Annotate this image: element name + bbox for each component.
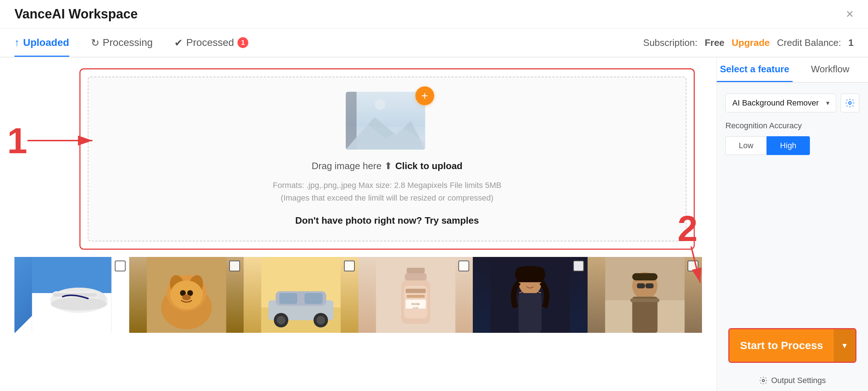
svg-text:ROSE: ROSE xyxy=(411,302,420,306)
tab-uploaded-label: Uploaded xyxy=(23,37,69,48)
output-settings-row[interactable]: Output Settings xyxy=(723,370,862,391)
select-feature-label: Select a feature xyxy=(720,64,789,75)
annotation-1: 1 xyxy=(7,123,100,159)
tab-processed-label: Processed xyxy=(186,37,234,48)
add-image-button[interactable]: + xyxy=(415,86,434,105)
svg-rect-51 xyxy=(632,273,657,280)
format-text-line1: Formats: .jpg,.png,.jpeg Max size: 2.8 M… xyxy=(273,179,501,192)
process-btn-row: Start to Process ▾ xyxy=(729,329,855,362)
right-panel-tabs: Select a feature Workflow xyxy=(717,57,868,83)
svg-point-10 xyxy=(51,297,107,310)
tab-workflow[interactable]: Workflow xyxy=(793,57,868,82)
tab-uploaded[interactable]: ↑ Uploaded xyxy=(14,29,69,57)
workflow-label: Workflow xyxy=(811,64,849,75)
start-process-button[interactable]: Start to Process xyxy=(729,329,834,362)
woman-svg xyxy=(473,257,588,333)
tab-processed[interactable]: ✔ Processed 1 xyxy=(174,29,248,57)
annotation-2: 2 xyxy=(669,210,706,290)
app-title: VanceAI Workspace xyxy=(14,7,138,22)
tab-processing-label: Processing xyxy=(103,37,153,48)
feature-selector: AI Background Remover ▾ xyxy=(725,94,859,112)
sample-shoe-checkbox[interactable] xyxy=(115,261,126,271)
svg-rect-49 xyxy=(645,283,653,288)
svg-point-27 xyxy=(277,316,285,325)
processed-icon: ✔ xyxy=(174,37,183,49)
subscription-info: Subscription: Free Upgrade Credit Balanc… xyxy=(643,37,854,48)
sample-bottle-checkbox[interactable] xyxy=(458,261,469,271)
process-dropdown-arrow[interactable]: ▾ xyxy=(834,329,855,362)
title-bar: VanceAI Workspace × xyxy=(0,0,868,29)
car-svg xyxy=(244,257,358,333)
sample-dog[interactable] xyxy=(129,257,244,333)
process-btn-area: Start to Process ▾ xyxy=(728,328,856,363)
accuracy-label: Recognition Accuracy xyxy=(725,121,859,130)
sample-dog-checkbox[interactable] xyxy=(229,261,240,271)
image-placeholder: + xyxy=(346,92,429,153)
sample-car-checkbox[interactable] xyxy=(344,261,355,271)
mountain-svg xyxy=(346,92,425,150)
svg-rect-36 xyxy=(406,295,424,298)
sample-shoe[interactable] xyxy=(14,257,129,333)
sample-woman[interactable] xyxy=(473,257,588,333)
main-content: 1 xyxy=(0,57,868,391)
output-settings-label: Output Settings xyxy=(771,376,826,385)
upload-icon: ↑ xyxy=(14,37,19,48)
accuracy-high-button[interactable]: High xyxy=(767,136,810,155)
arrow-1-svg xyxy=(27,126,100,155)
annotation-2-number: 2 xyxy=(677,210,698,246)
sample-woman-checkbox[interactable] xyxy=(573,261,584,271)
drag-label: Drag image here xyxy=(312,160,382,172)
upload-dropzone[interactable]: + Drag image here ⬆ Click to upload Form… xyxy=(88,77,686,241)
sample-images-row: ROSE CLAY xyxy=(14,257,702,333)
svg-point-29 xyxy=(317,316,325,325)
subscription-plan: Free xyxy=(705,37,724,48)
gear-icon xyxy=(845,98,855,108)
dog-svg xyxy=(129,257,244,333)
close-button[interactable]: × xyxy=(846,8,854,21)
bottle-svg: ROSE CLAY xyxy=(358,257,473,333)
credit-value: 1 xyxy=(849,37,854,48)
svg-rect-48 xyxy=(637,283,645,288)
accuracy-low-button[interactable]: Low xyxy=(725,136,767,155)
svg-rect-35 xyxy=(405,289,426,293)
svg-point-19 xyxy=(182,295,191,300)
svg-rect-42 xyxy=(519,293,542,333)
click-upload-label[interactable]: Click to upload xyxy=(395,160,462,172)
upload-area-wrapper: + Drag image here ⬆ Click to upload Form… xyxy=(79,68,695,250)
processed-badge: 1 xyxy=(237,37,248,48)
app-window: VanceAI Workspace × ↑ Uploaded ↻ Process… xyxy=(0,0,868,391)
svg-rect-32 xyxy=(405,273,426,280)
tab-bar: ↑ Uploaded ↻ Processing ✔ Processed 1 Su… xyxy=(0,29,868,57)
sample-bottle[interactable]: ROSE CLAY xyxy=(358,257,473,333)
feature-dropdown-label: AI Background Remover xyxy=(732,98,819,108)
subscription-label: Subscription: xyxy=(643,37,697,48)
right-panel: Select a feature Workflow AI Background … xyxy=(716,57,868,391)
annotation-1-number: 1 xyxy=(7,123,27,159)
sample-text: Don't have photo right now? Try samples xyxy=(295,215,479,226)
processing-icon: ↻ xyxy=(91,37,99,49)
tab-select-feature[interactable]: Select a feature xyxy=(717,57,793,82)
svg-line-54 xyxy=(691,246,700,283)
svg-rect-24 xyxy=(279,293,297,304)
svg-point-55 xyxy=(762,379,764,382)
gear-settings-button[interactable] xyxy=(841,94,859,112)
shoe-svg xyxy=(14,257,129,333)
svg-rect-31 xyxy=(406,268,424,273)
svg-rect-25 xyxy=(305,293,323,304)
upgrade-link[interactable]: Upgrade xyxy=(732,37,769,48)
svg-text:CLAY: CLAY xyxy=(413,307,418,309)
accuracy-buttons: Low High xyxy=(725,136,859,155)
tabs-container: ↑ Uploaded ↻ Processing ✔ Processed 1 xyxy=(14,29,248,57)
upload-arrow-icon: ⬆ xyxy=(384,160,392,172)
tab-processing[interactable]: ↻ Processing xyxy=(91,29,153,57)
right-panel-body: AI Background Remover ▾ Recognition Accu… xyxy=(717,83,868,248)
svg-rect-47 xyxy=(630,298,659,302)
sample-car[interactable] xyxy=(244,257,358,333)
left-panel: 1 xyxy=(0,57,716,391)
svg-point-52 xyxy=(849,102,851,104)
feature-dropdown[interactable]: AI Background Remover ▾ xyxy=(725,94,836,112)
dropdown-arrow-icon: ▾ xyxy=(826,99,829,107)
credit-label: Credit Balance: xyxy=(777,37,841,48)
format-info: Formats: .jpg,.png,.jpeg Max size: 2.8 M… xyxy=(273,179,501,204)
img-placeholder-bg xyxy=(346,92,425,150)
